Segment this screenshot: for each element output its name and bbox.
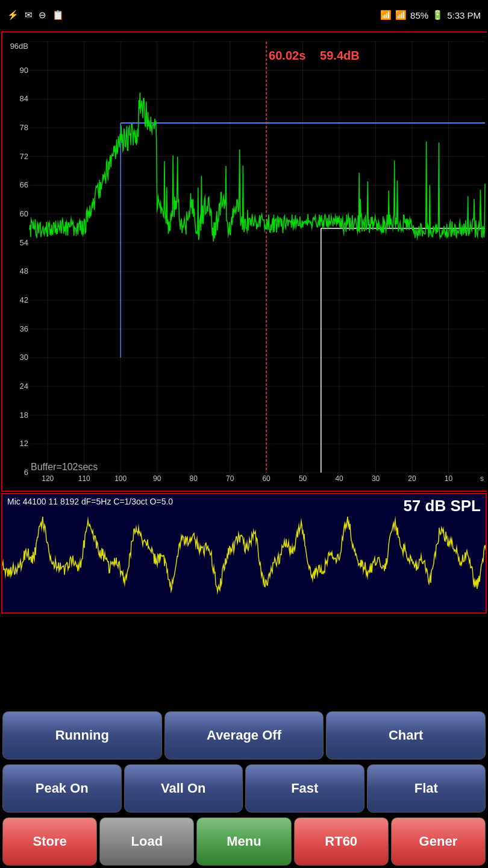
battery-icon: 🔋 xyxy=(432,10,443,20)
load-button[interactable]: Load xyxy=(99,817,194,866)
signal-icon: 📶 xyxy=(395,10,407,20)
button-row-2: Peak On Vall On Fast Flat xyxy=(0,762,488,815)
wifi-icon: 📶 xyxy=(380,10,392,20)
chart-button[interactable]: Chart xyxy=(326,711,486,760)
status-right-icons: 📶 📶 85% 🔋 5:33 PM xyxy=(380,10,481,20)
battery-percent: 85% xyxy=(410,10,428,20)
rt60-button[interactable]: RT60 xyxy=(294,817,389,866)
fast-button[interactable]: Fast xyxy=(245,764,364,813)
vall-on-button[interactable]: Vall On xyxy=(124,764,243,813)
gener-button[interactable]: Gener xyxy=(391,817,486,866)
clock: 5:33 PM xyxy=(447,10,481,20)
spl-info: Mic 44100 11 8192 dF=5Hz C=1/3oct O=5.0 xyxy=(2,494,178,509)
peak-on-button[interactable]: Peak On xyxy=(2,764,122,813)
flat-button[interactable]: Flat xyxy=(367,764,486,813)
status-icons: ⚡ ✉ ⊖ 📋 xyxy=(7,10,64,20)
mail-icon: ✉ xyxy=(25,10,33,20)
clipboard-icon: 📋 xyxy=(52,10,64,20)
menu-button[interactable]: Menu xyxy=(196,817,291,866)
average-off-button[interactable]: Average Off xyxy=(164,711,324,760)
store-button[interactable]: Store xyxy=(2,817,97,866)
main-chart-container xyxy=(1,31,487,492)
running-button[interactable]: Running xyxy=(2,711,162,760)
button-row-1: Running Average Off Chart xyxy=(0,709,488,762)
main-chart-canvas[interactable] xyxy=(2,33,488,491)
block-icon: ⊖ xyxy=(39,10,46,20)
bottom-controls: Running Average Off Chart Peak On Vall O… xyxy=(0,709,488,868)
button-row-3: Store Load Menu RT60 Gener xyxy=(0,815,488,868)
spl-meter: Mic 44100 11 8192 dF=5Hz C=1/3oct O=5.0 … xyxy=(1,493,487,614)
spl-value: 57 dB SPL xyxy=(403,497,481,515)
status-bar: ⚡ ✉ ⊖ 📋 📶 📶 85% 🔋 5:33 PM xyxy=(0,0,488,30)
usb-icon: ⚡ xyxy=(7,10,19,20)
